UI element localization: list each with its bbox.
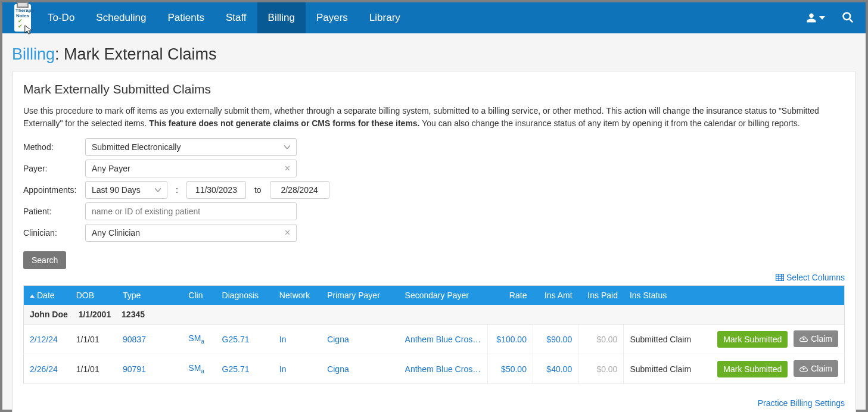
clear-clinician-icon[interactable]: × (285, 227, 290, 238)
cloud-download-icon (799, 365, 808, 372)
grid-icon (776, 274, 784, 281)
navbar: TherapyNotes ✔✔ To-Do Scheduling Patient… (2, 2, 866, 33)
nav-item-payers[interactable]: Payers (306, 2, 359, 33)
cursor-icon (24, 24, 35, 35)
cell-insamt[interactable]: $40.00 (546, 364, 572, 374)
patient-group-row: John Doe 1/1/2001 12345 (24, 305, 845, 324)
date-to-input[interactable]: 2/28/2024 (270, 181, 329, 199)
cell-primary[interactable]: Cigna (327, 364, 349, 374)
breadcrumb-page: : Mark External Claims (55, 45, 217, 63)
main-panel: Mark Externally Submitted Claims Use thi… (12, 71, 856, 412)
app-frame: TherapyNotes ✔✔ To-Do Scheduling Patient… (2, 2, 866, 410)
col-primary[interactable]: Primary Payer (321, 286, 399, 305)
cell-clin[interactable]: SMa (188, 363, 204, 373)
claims-table: Date DOB Type Clin Diagnosis Network Pri… (23, 285, 845, 384)
col-diagnosis[interactable]: Diagnosis (216, 286, 273, 305)
nav-item-billing[interactable]: Billing (257, 2, 306, 33)
cell-insstatus: Submitted Claim (624, 354, 707, 384)
cell-diagnosis[interactable]: G25.71 (222, 335, 250, 344)
col-network[interactable]: Network (273, 286, 321, 305)
nav-item-staff[interactable]: Staff (215, 2, 257, 33)
cell-insstatus: Submitted Claim (624, 324, 707, 354)
cell-type[interactable]: 90791 (123, 364, 146, 374)
colon-separator: : (172, 185, 182, 195)
method-label: Method: (23, 142, 80, 152)
group-patient-id: 12345 (122, 310, 145, 319)
col-type[interactable]: Type (117, 286, 182, 305)
patient-input[interactable] (92, 207, 290, 216)
cell-clin[interactable]: SMa (188, 333, 204, 343)
col-date[interactable]: Date (24, 286, 70, 305)
search-button[interactable]: Search (23, 251, 66, 269)
appointments-label: Appointments: (23, 185, 80, 195)
cell-rate[interactable]: $100.00 (496, 335, 527, 344)
cloud-download-icon (799, 335, 808, 342)
claim-button[interactable]: Claim (794, 360, 838, 377)
col-clin[interactable]: Clin (182, 286, 216, 305)
chevron-down-icon (819, 16, 825, 20)
col-insamt[interactable]: Ins Amt (533, 286, 578, 305)
clear-payer-icon[interactable]: × (285, 163, 290, 174)
cell-network[interactable]: In (279, 364, 287, 374)
col-actions (707, 286, 844, 305)
logo[interactable]: TherapyNotes ✔✔ (2, 2, 37, 33)
appointments-range-select[interactable]: Last 90 Days (85, 181, 167, 199)
user-icon (806, 13, 817, 23)
mark-submitted-button[interactable]: Mark Submitted (717, 361, 788, 377)
breadcrumb: Billing: Mark External Claims (12, 45, 856, 64)
clinician-select[interactable]: Any Clinician × (85, 224, 297, 242)
panel-description: Use this procedure to mark off items as … (23, 105, 845, 130)
mark-submitted-button[interactable]: Mark Submitted (717, 331, 788, 348)
col-inspaid[interactable]: Ins Paid (578, 286, 624, 305)
cell-network[interactable]: In (279, 335, 287, 344)
svg-rect-2 (776, 274, 783, 281)
cell-primary[interactable]: Cigna (327, 335, 349, 344)
cell-dob: 1/1/01 (70, 324, 117, 354)
search-button[interactable] (842, 11, 854, 25)
clinician-label: Clinician: (23, 228, 80, 238)
breadcrumb-section[interactable]: Billing (12, 45, 55, 63)
nav-item-scheduling[interactable]: Scheduling (85, 2, 157, 33)
cell-secondary[interactable]: Anthem Blue Cros… (405, 335, 481, 344)
cell-date[interactable]: 2/12/24 (30, 335, 58, 344)
chevron-down-icon (284, 145, 290, 149)
payer-select[interactable]: Any Payer × (85, 160, 297, 177)
col-dob[interactable]: DOB (70, 286, 117, 305)
cell-rate[interactable]: $50.00 (501, 364, 527, 374)
claim-button[interactable]: Claim (794, 330, 838, 347)
cell-secondary[interactable]: Anthem Blue Cros… (405, 364, 481, 374)
table-row: 2/12/24 1/1/01 90837 SMa G25.71 In Cigna… (24, 324, 845, 354)
svg-point-0 (844, 13, 851, 20)
cell-inspaid[interactable]: $0.00 (596, 364, 617, 374)
group-patient-name: John Doe (30, 310, 68, 319)
cell-inspaid[interactable]: $0.00 (596, 335, 617, 344)
search-icon (842, 11, 854, 23)
nav-items: To-Do Scheduling Patients Staff Billing … (37, 2, 411, 33)
col-insstatus[interactable]: Ins Status (624, 286, 707, 305)
practice-billing-settings-link[interactable]: Practice Billing Settings (758, 398, 845, 408)
col-rate[interactable]: Rate (487, 286, 533, 305)
group-patient-dob: 1/1/2001 (79, 310, 111, 319)
cell-diagnosis[interactable]: G25.71 (222, 364, 250, 374)
method-select[interactable]: Submitted Electronically (85, 138, 297, 156)
cell-dob: 1/1/01 (70, 354, 117, 384)
to-label: to (251, 185, 265, 195)
nav-item-todo[interactable]: To-Do (37, 2, 85, 33)
cell-type[interactable]: 90837 (123, 335, 146, 344)
patient-label: Patient: (23, 207, 80, 216)
payer-label: Payer: (23, 164, 80, 173)
col-secondary[interactable]: Secondary Payer (399, 286, 488, 305)
table-header-row: Date DOB Type Clin Diagnosis Network Pri… (24, 286, 845, 305)
panel-title: Mark Externally Submitted Claims (23, 82, 845, 96)
nav-item-patients[interactable]: Patients (157, 2, 214, 33)
chevron-down-icon (155, 188, 161, 192)
cell-date[interactable]: 2/26/24 (30, 364, 58, 374)
table-row: 2/26/24 1/1/01 90791 SMa G25.71 In Cigna… (24, 354, 845, 384)
user-menu[interactable] (806, 13, 825, 23)
cell-insamt[interactable]: $90.00 (546, 335, 572, 344)
select-columns-link[interactable]: Select Columns (776, 273, 845, 282)
nav-item-library[interactable]: Library (359, 2, 411, 33)
date-from-input[interactable]: 11/30/2023 (186, 181, 246, 199)
sort-asc-icon (30, 295, 35, 298)
patient-input-wrapper (85, 202, 297, 220)
